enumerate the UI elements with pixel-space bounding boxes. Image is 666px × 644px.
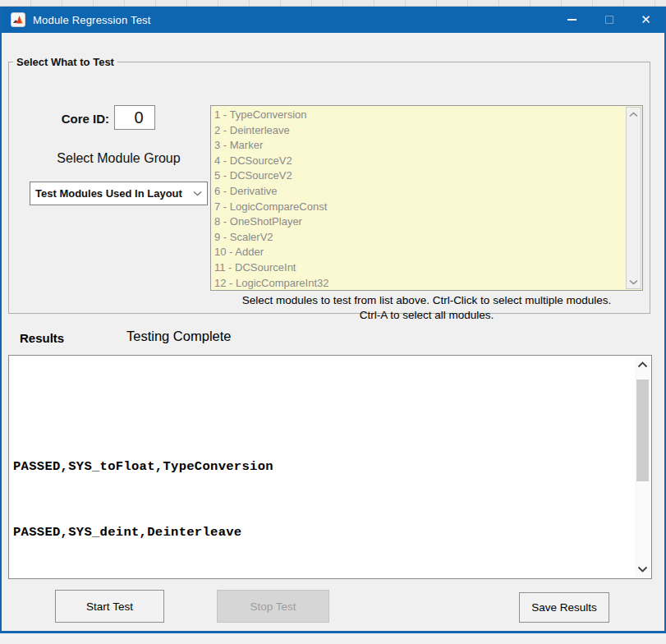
scroll-up-icon[interactable] <box>635 356 650 373</box>
module-group-label: Select Module Group <box>30 151 208 166</box>
module-list-help: Select modules to test from list above. … <box>210 293 643 323</box>
result-line[interactable]: PASSED,SYS_deint,Deinterleave <box>13 524 651 540</box>
module-group-selected-value: Test Modules Used In Layout <box>30 187 187 200</box>
start-test-button[interactable]: Start Test <box>55 590 164 623</box>
module-list-item[interactable]: 7 - LogicCompareConst <box>214 200 642 215</box>
stop-test-button: Stop Test <box>217 590 329 623</box>
module-list-item[interactable]: 6 - Derivative <box>214 184 642 200</box>
app-window: Module Regression Test ✕ Select What to … <box>0 7 666 633</box>
module-list-item[interactable]: 8 - OneShotPlayer <box>214 214 642 230</box>
save-results-button[interactable]: Save Results <box>519 592 609 623</box>
module-list-item[interactable]: 9 - ScalerV2 <box>214 230 642 246</box>
results-lines: PASSED,SYS_toFloat,TypeConversion PASSED… <box>9 356 651 579</box>
module-list-item[interactable]: 10 - Adder <box>214 245 642 260</box>
chevron-down-icon <box>187 191 207 196</box>
window-body: Select What to Test Core ID: Select Modu… <box>2 33 664 631</box>
desktop-background-strip-top <box>0 0 666 7</box>
scroll-up-icon[interactable] <box>627 108 641 121</box>
scroll-down-icon[interactable] <box>635 561 650 577</box>
matlab-app-icon <box>11 12 25 27</box>
results-scrollbar[interactable] <box>635 356 650 577</box>
module-list-item[interactable]: 4 - DCSourceV2 <box>214 154 642 169</box>
maximize-icon <box>605 16 613 24</box>
close-button[interactable]: ✕ <box>627 7 664 33</box>
minimize-button[interactable] <box>553 7 590 33</box>
core-id-input[interactable] <box>114 105 155 130</box>
scroll-down-icon[interactable] <box>627 275 641 288</box>
module-listbox[interactable]: 1 - TypeConversion 2 - Deinterleave 3 - … <box>210 105 643 291</box>
scrollbar-thumb[interactable] <box>636 380 649 481</box>
titlebar: Module Regression Test ✕ <box>2 7 664 33</box>
desktop-background-strip-bottom <box>0 633 666 644</box>
module-list-item[interactable]: 2 - Deinterleave <box>214 123 642 139</box>
testing-status-text: Testing Complete <box>126 329 231 344</box>
screen: Module Regression Test ✕ Select What to … <box>0 0 666 644</box>
module-list-item[interactable]: 11 - DCSourceInt <box>214 260 642 276</box>
module-list-scrollbar[interactable] <box>626 107 641 289</box>
module-list-item[interactable]: 3 - Marker <box>214 138 642 154</box>
results-heading: Results <box>20 331 64 345</box>
group-legend: Select What to Test <box>13 56 117 68</box>
module-list-item[interactable]: 5 - DCSourceV2 <box>214 168 642 184</box>
window-title: Module Regression Test <box>33 14 151 26</box>
core-id-label: Core ID: <box>40 112 109 126</box>
module-list-items: 1 - TypeConversion 2 - Deinterleave 3 - … <box>211 106 642 291</box>
module-list-item[interactable]: 1 - TypeConversion <box>214 108 642 123</box>
module-list-item[interactable]: 12 - LogicCompareInt32 <box>214 276 642 291</box>
results-listbox[interactable]: PASSED,SYS_toFloat,TypeConversion PASSED… <box>8 355 652 579</box>
help-line-1: Select modules to test from list above. … <box>210 293 643 308</box>
module-group-dropdown[interactable]: Test Modules Used In Layout <box>30 182 208 205</box>
window-controls: ✕ <box>553 7 664 33</box>
select-what-to-test-group: Select What to Test Core ID: Select Modu… <box>8 62 650 314</box>
maximize-button <box>590 7 627 33</box>
minimize-icon <box>567 19 576 21</box>
result-line[interactable]: PASSED,SYS_toFloat,TypeConversion <box>13 458 651 475</box>
help-line-2: Ctrl-A to select all modules. <box>210 308 643 323</box>
